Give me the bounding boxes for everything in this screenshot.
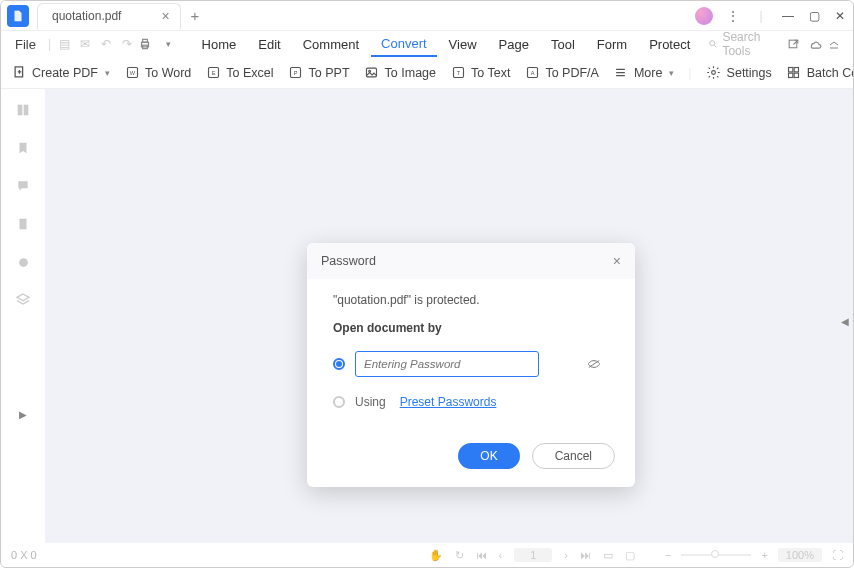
close-window-button[interactable]: ✕ bbox=[827, 9, 853, 23]
svg-rect-27 bbox=[789, 68, 793, 72]
maximize-button[interactable]: ▢ bbox=[801, 9, 827, 23]
svg-rect-28 bbox=[794, 68, 798, 72]
more-button[interactable]: More▾ bbox=[613, 65, 674, 81]
fit-width-icon[interactable]: ▭ bbox=[603, 549, 613, 562]
print-icon[interactable] bbox=[138, 37, 157, 51]
menu-protect[interactable]: Protect bbox=[639, 33, 700, 56]
text-icon: T bbox=[450, 65, 466, 81]
workspace: ▶ ◀ Password × "quotation.pdf" is protec… bbox=[1, 89, 853, 543]
svg-point-3 bbox=[710, 41, 715, 46]
dialog-subtitle: Open document by bbox=[333, 321, 609, 335]
svg-rect-29 bbox=[789, 73, 793, 77]
zoom-in-icon[interactable]: + bbox=[761, 549, 767, 561]
batch-convert-button[interactable]: Batch Conve bbox=[786, 65, 853, 81]
app-logo-icon bbox=[7, 5, 29, 27]
layers-icon[interactable] bbox=[14, 291, 32, 309]
kebab-menu-icon[interactable]: ⋮ bbox=[719, 9, 747, 23]
fullscreen-icon[interactable]: ⛶ bbox=[832, 549, 843, 561]
print-dropdown-icon[interactable]: ▾ bbox=[159, 39, 178, 49]
fit-page-icon[interactable]: ▢ bbox=[625, 549, 635, 562]
word-icon: W bbox=[124, 65, 140, 81]
cursor-coords: 0 X 0 bbox=[11, 549, 37, 561]
to-ppt-button[interactable]: P To PPT bbox=[288, 65, 350, 81]
page-number[interactable]: 1 bbox=[514, 548, 552, 562]
zoom-controls: − + 100% ⛶ bbox=[665, 548, 843, 562]
preset-passwords-link[interactable]: Preset Passwords bbox=[400, 395, 497, 409]
password-input[interactable] bbox=[355, 351, 539, 377]
new-tab-button[interactable]: + bbox=[191, 7, 200, 24]
svg-text:W: W bbox=[129, 70, 135, 76]
svg-text:P: P bbox=[294, 70, 298, 76]
hand-tool-icon[interactable]: ✋ bbox=[429, 549, 443, 562]
page-nav: ✋ ↻ ⏮ ‹ 1 › ⏭ ▭ ▢ bbox=[429, 548, 635, 562]
thumbnails-icon[interactable] bbox=[14, 101, 32, 119]
create-pdf-button[interactable]: Create PDF▾ bbox=[11, 65, 110, 81]
dialog-message: "quotation.pdf" is protected. bbox=[333, 293, 609, 307]
menu-form[interactable]: Form bbox=[587, 33, 637, 56]
save-icon[interactable]: ▤ bbox=[55, 37, 74, 51]
share-icon[interactable] bbox=[787, 38, 806, 51]
menu-convert[interactable]: Convert bbox=[371, 32, 437, 57]
expand-sidebar-icon[interactable]: ▶ bbox=[14, 405, 32, 423]
tab-title: quotation.pdf bbox=[52, 9, 121, 23]
dialog-title: Password bbox=[321, 254, 376, 268]
field-icon[interactable] bbox=[14, 253, 32, 271]
menu-edit[interactable]: Edit bbox=[248, 33, 290, 56]
gear-icon bbox=[706, 65, 722, 81]
document-canvas: ◀ Password × "quotation.pdf" is protecte… bbox=[45, 89, 853, 543]
dialog-header: Password × bbox=[307, 243, 635, 279]
menu-home[interactable]: Home bbox=[192, 33, 247, 56]
titlebar: quotation.pdf × + ⋮ | ― ▢ ✕ bbox=[1, 1, 853, 31]
password-dialog: Password × "quotation.pdf" is protected.… bbox=[307, 243, 635, 487]
zoom-percent[interactable]: 100% bbox=[778, 548, 822, 562]
minimize-button[interactable]: ― bbox=[775, 9, 801, 23]
to-excel-button[interactable]: E To Excel bbox=[205, 65, 273, 81]
image-icon bbox=[364, 65, 380, 81]
svg-rect-32 bbox=[24, 105, 29, 116]
menu-page[interactable]: Page bbox=[489, 33, 539, 56]
prev-page-icon[interactable]: ‹ bbox=[499, 549, 503, 561]
menu-view[interactable]: View bbox=[439, 33, 487, 56]
user-avatar[interactable] bbox=[695, 7, 713, 25]
close-tab-icon[interactable]: × bbox=[161, 9, 169, 23]
window-controls: ― ▢ ✕ bbox=[775, 9, 853, 23]
collapse-ribbon-icon[interactable] bbox=[828, 38, 847, 50]
document-tab[interactable]: quotation.pdf × bbox=[37, 3, 181, 29]
menu-comment[interactable]: Comment bbox=[293, 33, 369, 56]
svg-rect-33 bbox=[20, 219, 27, 230]
svg-rect-17 bbox=[367, 68, 377, 77]
zoom-out-icon[interactable]: − bbox=[665, 549, 671, 561]
first-page-icon[interactable]: ⏮ bbox=[476, 549, 487, 561]
comment-icon[interactable] bbox=[14, 177, 32, 195]
search-tools[interactable]: Search Tools bbox=[704, 30, 784, 58]
to-image-button[interactable]: To Image bbox=[364, 65, 436, 81]
cloud-icon[interactable] bbox=[808, 37, 827, 51]
menubar: File | ▤ ✉ ↶ ↷ ▾ Home Edit Comment Conve… bbox=[1, 31, 853, 57]
to-pdfa-button[interactable]: A To PDF/A bbox=[524, 65, 599, 81]
redo-icon[interactable]: ↷ bbox=[117, 37, 136, 51]
last-page-icon[interactable]: ⏭ bbox=[580, 549, 591, 561]
next-page-icon[interactable]: › bbox=[564, 549, 568, 561]
expand-right-panel-icon[interactable]: ◀ bbox=[841, 316, 849, 327]
bookmark-icon[interactable] bbox=[14, 139, 32, 157]
file-menu[interactable]: File bbox=[7, 37, 44, 52]
svg-rect-1 bbox=[143, 39, 148, 42]
to-text-button[interactable]: T To Text bbox=[450, 65, 510, 81]
ppt-icon: P bbox=[288, 65, 304, 81]
cancel-button[interactable]: Cancel bbox=[532, 443, 615, 469]
svg-point-34 bbox=[19, 258, 28, 267]
radio-enter-password[interactable] bbox=[333, 358, 345, 370]
to-word-button[interactable]: W To Word bbox=[124, 65, 191, 81]
undo-icon[interactable]: ↶ bbox=[97, 37, 116, 51]
ok-button[interactable]: OK bbox=[458, 443, 519, 469]
settings-button[interactable]: Settings bbox=[706, 65, 772, 81]
zoom-slider[interactable] bbox=[681, 554, 751, 556]
toggle-password-visibility-icon[interactable] bbox=[587, 359, 601, 369]
dialog-close-icon[interactable]: × bbox=[613, 253, 621, 269]
rotate-icon[interactable]: ↻ bbox=[455, 549, 464, 562]
mail-icon[interactable]: ✉ bbox=[76, 37, 95, 51]
menu-tool[interactable]: Tool bbox=[541, 33, 585, 56]
radio-preset-passwords[interactable] bbox=[333, 396, 345, 408]
using-label: Using bbox=[355, 395, 386, 409]
attachment-icon[interactable] bbox=[14, 215, 32, 233]
